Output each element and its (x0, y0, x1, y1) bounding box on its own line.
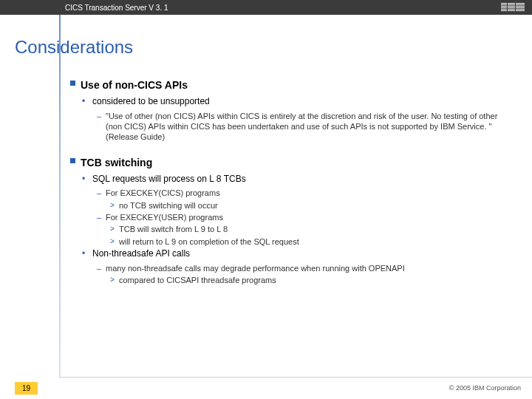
bullet-lvl1: Non-threadsafe API calls (70, 248, 532, 260)
section-heading: Use of non-CICS APIs (70, 78, 532, 92)
bullet-lvl3: will return to L 9 on completion of the … (70, 236, 532, 247)
bullet-lvl2: For EXECKEY(CICS) programs (70, 188, 532, 198)
ibm-logo-icon (501, 3, 525, 12)
footer-rule (59, 377, 532, 378)
slide-content: Considerations Use of non-CICS APIs cons… (0, 37, 532, 299)
slide-body: Use of non-CICS APIs considered to be un… (15, 78, 532, 285)
section-non-cics-apis: Use of non-CICS APIs considered to be un… (70, 78, 532, 143)
footer: 19 © 2005 IBM Corporation (0, 377, 532, 399)
bullet-lvl3: no TCB switching will occur (70, 200, 532, 211)
bullet-lvl1: considered to be unsupported (70, 96, 532, 108)
bullet-lvl2: "Use of other (non CICS) APIs within CIC… (70, 111, 532, 143)
page-number: 19 (15, 382, 38, 395)
bullet-lvl3: TCB will switch from L 9 to L 8 (70, 224, 532, 234)
header-product-title: CICS Transaction Server V 3. 1 (65, 4, 168, 12)
section-heading: TCB switching (70, 156, 532, 169)
section-tcb-switching: TCB switching SQL requests will process … (70, 156, 532, 285)
bullet-lvl2: For EXECKEY(USER) programs (70, 212, 532, 222)
bullet-lvl3: compared to CICSAPI threadsafe programs (70, 275, 532, 285)
bullet-lvl2: many non-threadsafe calls may degrade pe… (70, 263, 532, 273)
bullet-lvl1: SQL requests will process on L 8 TCBs (70, 174, 532, 185)
header-bar: CICS Transaction Server V 3. 1 (0, 0, 532, 15)
copyright-text: © 2005 IBM Corporation (449, 384, 521, 392)
slide-title: Considerations (15, 37, 532, 58)
